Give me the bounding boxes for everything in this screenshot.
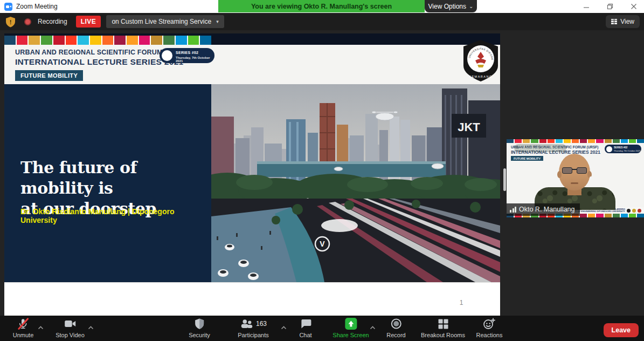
share-options-chevron[interactable] [370, 322, 376, 332]
minimize-icon [583, 3, 590, 10]
chat-bubble-icon [300, 318, 311, 330]
participants-icon [240, 318, 254, 330]
participant-video-thumbnail[interactable]: URBAN AND REGIONAL SCIENTIFIC FORUM (URS… [507, 139, 644, 217]
close-button[interactable] [622, 0, 644, 13]
slide-top-dark-band [211, 33, 500, 45]
close-icon [631, 3, 637, 10]
grid-view-icon [611, 19, 617, 24]
window-titlebar: Zoom Meeting You are viewing Okto R. Man… [0, 0, 644, 13]
city-image: JKT [211, 84, 500, 282]
share-screen-icon [345, 318, 357, 330]
reactions-button[interactable]: Reactions [476, 318, 503, 338]
series-date: Thursday, 7th October 2021 [176, 56, 214, 63]
future-mobility-badge: FUTURE MOBILITY [15, 70, 83, 81]
window-title: Zoom Meeting [16, 3, 58, 10]
security-button[interactable]: Security [189, 318, 210, 338]
restore-icon [607, 3, 613, 10]
series-pill: SERIES #02 Thursday, 7th October 2021 [160, 48, 214, 63]
video-panel-handle[interactable] [503, 168, 506, 191]
earbud-icon [590, 176, 592, 179]
restore-button[interactable] [599, 0, 621, 13]
breakout-rooms-icon [437, 318, 449, 330]
slide-footer [4, 282, 500, 315]
participant-name-tag: Okto R. Manullang [507, 203, 580, 216]
participant-name: Okto R. Manullang [519, 206, 575, 213]
zoom-app-icon [4, 3, 12, 11]
video-camera-icon [64, 318, 77, 330]
audio-level-icon [510, 207, 516, 213]
viewing-screen-banner: You are viewing Okto R. Manullang's scre… [218, 0, 425, 12]
meeting-info-bar: ! Recording LIVE on Custom Live Streamin… [0, 13, 644, 30]
share-screen-button[interactable]: Share Screen [333, 318, 369, 338]
svg-text:SEMARANG: SEMARANG [469, 75, 492, 78]
slide-subtitle: Dr. Okto Risdianto Manullang | Diponegor… [20, 207, 211, 224]
record-button[interactable]: Record [386, 318, 405, 338]
view-layout-button[interactable]: View [606, 15, 640, 28]
participant-face [559, 154, 590, 190]
participants-count: 163 [256, 320, 267, 328]
caret-down-icon: ▾ [216, 19, 219, 24]
live-stream-selector[interactable]: on Custom Live Streaming Service ▾ [106, 15, 224, 28]
sdg-color-strip [4, 36, 211, 45]
encryption-warning-shield-icon[interactable]: ! [5, 16, 16, 28]
chat-button[interactable]: Chat [299, 318, 311, 338]
video-options-chevron[interactable] [88, 322, 94, 332]
participants-options-chevron[interactable] [281, 322, 287, 332]
slide-header-line2: INTERNATIONAL LECTURE SERIES 2021 [15, 57, 184, 67]
diponegoro-university-logo: UNIVERSITAS DIPONEGORO SEMARANG [461, 39, 501, 83]
series-label: SERIES #02 [176, 51, 198, 54]
reactions-smiley-icon [483, 318, 496, 330]
unmute-options-chevron[interactable] [38, 322, 44, 332]
record-icon [390, 318, 402, 330]
unmute-button[interactable]: Unmute [13, 318, 34, 338]
svg-text:!: ! [10, 18, 12, 25]
recording-label: Recording [38, 18, 67, 25]
series-circle-icon [162, 50, 172, 61]
view-options-button[interactable]: View Options ⌄ [425, 0, 477, 12]
zoom-meeting-window: Zoom Meeting You are viewing Okto R. Man… [0, 0, 644, 341]
thumb-sdg-strip-top [507, 139, 644, 143]
page-number: 1 [456, 299, 467, 306]
leave-button[interactable]: Leave [604, 323, 639, 337]
security-shield-icon [194, 318, 205, 330]
glasses [562, 167, 587, 174]
chevron-down-icon: ⌄ [469, 3, 473, 9]
shared-screen-slide: URBAN AND REGIONAL SCIENTIFIC FORUM (URS… [4, 33, 500, 316]
ghost-overlay-label: Remove Spotlight [514, 144, 566, 152]
stop-video-button[interactable]: Stop Video [56, 318, 85, 338]
meeting-controls-bar: Unmute Stop Video Securi [0, 316, 644, 341]
svg-text:JKT: JKT [458, 120, 480, 134]
slide-left-panel: The future of mobility is at our doorste… [4, 84, 211, 282]
participants-button[interactable]: 163 Participants [238, 318, 268, 338]
live-badge: LIVE [76, 16, 101, 28]
minimize-button[interactable] [575, 0, 598, 13]
breakout-rooms-button[interactable]: Breakout Rooms [421, 318, 465, 338]
recording-indicator-icon [24, 18, 31, 25]
svg-text:V: V [320, 240, 325, 248]
